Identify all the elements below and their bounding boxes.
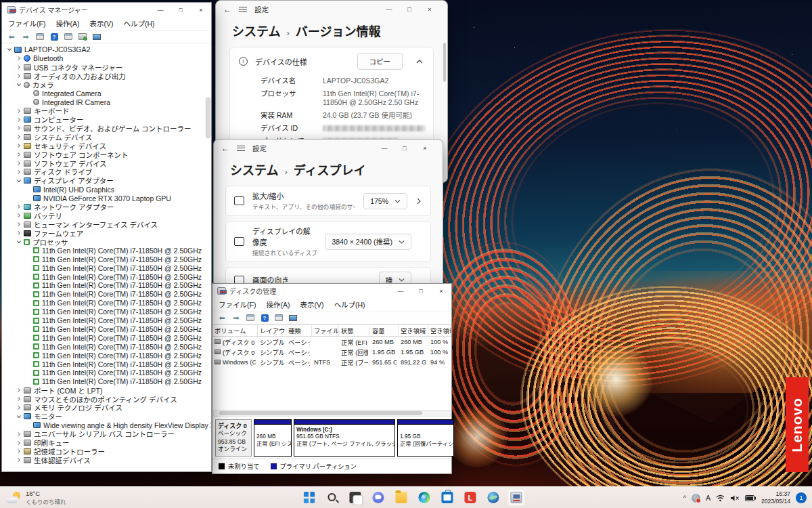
forward-arrow-icon[interactable]: ➡	[231, 314, 241, 322]
taskbar-explorer-icon[interactable]	[392, 489, 409, 506]
minimize-button[interactable]: —	[150, 3, 171, 17]
ime-indicator[interactable]: A	[706, 494, 710, 502]
taskbar-edge-icon[interactable]	[415, 489, 432, 506]
properties-icon[interactable]	[64, 33, 73, 41]
hidden-icons-chevron[interactable]: ^	[683, 494, 686, 501]
taskbar-taskview-icon[interactable]	[346, 489, 363, 506]
disk-management-titlebar[interactable]: ディスクの管理 — □ ×	[212, 284, 451, 298]
settings-row-scale[interactable]: 拡大/縮小テキスト、アプリ、その他の項目のサイズを変更します175%	[225, 186, 431, 216]
tree-item[interactable]: 11th Gen Intel(R) Core(TM) i7-11850H @ 2…	[2, 246, 211, 255]
taskbar-line-icon[interactable]: L	[461, 489, 478, 506]
help-icon[interactable]: ?	[260, 314, 269, 322]
back-arrow-icon[interactable]: ⬅	[217, 314, 227, 322]
expand-chevron-icon[interactable]	[16, 117, 22, 123]
clock[interactable]: 16:37 2023/05/14	[761, 490, 790, 505]
tree-item[interactable]: ディスプレイ アダプター	[2, 176, 211, 185]
breadcrumb-parent[interactable]: システム	[230, 161, 278, 178]
tree-item[interactable]: 11th Gen Intel(R) Core(TM) i7-11850H @ 2…	[2, 290, 211, 299]
forward-arrow-icon[interactable]: ➡	[21, 33, 30, 41]
notification-badge[interactable]: 1	[796, 492, 807, 503]
menu-item[interactable]: 表示(V)	[89, 18, 113, 28]
tree-item[interactable]: 11th Gen Intel(R) Core(TM) i7-11850H @ 2…	[2, 342, 211, 351]
vertical-scrollbar[interactable]	[443, 43, 446, 82]
expand-chevron-icon[interactable]	[16, 108, 22, 114]
expand-chevron-icon[interactable]	[16, 161, 22, 166]
volume-muted-icon[interactable]	[730, 494, 740, 502]
tree-item[interactable]: 11th Gen Intel(R) Core(TM) i7-11850H @ 2…	[2, 272, 211, 281]
device-manager-titlebar[interactable]: デバイス マネージャー — □ ×	[2, 3, 211, 17]
battery-icon[interactable]	[745, 495, 756, 501]
taskbar-store-icon[interactable]	[438, 489, 455, 506]
expand-chevron-icon[interactable]	[16, 82, 22, 87]
back-icon[interactable]: ←	[221, 144, 229, 153]
menu-item[interactable]: ヘルプ(H)	[123, 18, 154, 28]
tree-item[interactable]: 11th Gen Intel(R) Core(TM) i7-11850H @ 2…	[2, 255, 211, 263]
expand-chevron-icon[interactable]	[16, 221, 22, 227]
expand-chevron-icon[interactable]	[16, 457, 22, 463]
partition[interactable]: 1.95 GB正常 (回復パーティション)	[397, 419, 454, 457]
tree-item[interactable]: Intel(R) UHD Graphics	[2, 185, 211, 194]
expand-chevron-icon[interactable]	[16, 414, 22, 419]
close-button[interactable]: ×	[420, 1, 440, 18]
vertical-scrollbar[interactable]	[206, 98, 210, 138]
column-header[interactable]: レイアウト	[258, 325, 286, 336]
volume-list-header[interactable]: ボリュームレイアウト種類ファイル システム状態容量空き領域空き領域の割合	[212, 324, 451, 337]
menu-icon[interactable]	[239, 7, 247, 12]
menu-item[interactable]: ファイル(F)	[219, 299, 256, 310]
tree-item[interactable]: 11th Gen Intel(R) Core(TM) i7-11850H @ 2…	[2, 360, 211, 368]
expand-chevron-icon[interactable]	[16, 239, 22, 245]
expand-chevron-icon[interactable]	[6, 47, 13, 52]
tree-item[interactable]: 生体認証デバイス	[2, 456, 211, 465]
settings-titlebar[interactable]: ← 設定 — □ ×	[214, 140, 443, 156]
expand-chevron-icon[interactable]	[16, 152, 22, 157]
tree-item[interactable]: 11th Gen Intel(R) Core(TM) i7-11850H @ 2…	[2, 263, 211, 272]
volume-row[interactable]: Windows (C:)シンプルベーシックNTFS正常 (ブート...951.6…	[212, 357, 451, 367]
tree-item[interactable]: プロセッサ	[2, 238, 211, 247]
navigate-chevron-icon[interactable]	[417, 198, 421, 205]
disk0-info-panel[interactable]: ディスク 0ベーシック953.85 GBオンライン	[215, 419, 252, 457]
column-header[interactable]: 空き領域の割合	[428, 325, 451, 336]
copy-button[interactable]: コピー	[357, 53, 403, 70]
column-header[interactable]: 種類	[286, 325, 312, 336]
dropdown-scale[interactable]: 175%	[363, 193, 407, 209]
horizontal-scrollbar[interactable]	[213, 410, 451, 417]
collapse-chevron-icon[interactable]	[416, 60, 423, 64]
tree-item[interactable]: 11th Gen Intel(R) Core(TM) i7-11850H @ 2…	[2, 333, 211, 342]
column-header[interactable]: 容量	[370, 325, 399, 336]
menu-icon[interactable]	[237, 146, 245, 151]
menu-item[interactable]: ファイル(F)	[8, 18, 45, 28]
expand-chevron-icon[interactable]	[16, 134, 22, 140]
expand-chevron-icon[interactable]	[16, 405, 22, 410]
expand-chevron-icon[interactable]	[16, 56, 22, 61]
taskbar-search-icon[interactable]	[323, 489, 340, 506]
volume-row[interactable]: (ディスク 0 パーティショ...シンプルベーシック正常 (回復...1.95 …	[212, 347, 451, 357]
wifi-icon[interactable]	[716, 494, 725, 502]
expand-chevron-icon[interactable]	[16, 448, 22, 454]
expand-chevron-icon[interactable]	[16, 396, 22, 402]
close-button[interactable]: ×	[415, 140, 435, 156]
minimize-button[interactable]: —	[390, 284, 411, 298]
tree-item[interactable]: 11th Gen Intel(R) Core(TM) i7-11850H @ 2…	[2, 281, 211, 290]
back-icon[interactable]: ←	[223, 5, 231, 14]
maximize-button[interactable]: □	[394, 140, 415, 156]
settings-titlebar[interactable]: ← 設定 — □ ×	[216, 1, 447, 18]
column-header[interactable]: 状態	[339, 325, 370, 336]
taskbar-chat-icon[interactable]	[369, 489, 386, 506]
expand-chevron-icon[interactable]	[16, 431, 22, 437]
expand-chevron-icon[interactable]	[16, 440, 22, 446]
expand-chevron-icon[interactable]	[16, 169, 22, 175]
expand-chevron-icon[interactable]	[16, 178, 22, 184]
volume-row[interactable]: (ディスク 0 パーティショ...シンプルベーシック正常 (EFI ...260…	[212, 337, 451, 347]
weather-widget[interactable]: 18°C くもりのち晴れ	[7, 490, 66, 505]
tree-item[interactable]: 11th Gen Intel(R) Core(TM) i7-11850H @ 2…	[2, 299, 211, 308]
tree-item[interactable]: 11th Gen Intel(R) Core(TM) i7-11850H @ 2…	[2, 351, 211, 360]
partition[interactable]: Windows (C:)951.65 GB NTFS正常 (ブート, ページ フ…	[294, 419, 395, 457]
column-header[interactable]: ボリューム	[212, 325, 258, 336]
minimize-button[interactable]: —	[374, 140, 394, 156]
tree-item[interactable]: Integrated Camera	[2, 89, 211, 98]
tree-item[interactable]: 11th Gen Intel(R) Core(TM) i7-11850H @ 2…	[2, 368, 211, 377]
maximize-button[interactable]: □	[399, 1, 420, 18]
maximize-button[interactable]: □	[411, 284, 431, 298]
maximize-button[interactable]: □	[171, 3, 191, 17]
scan-hardware-changes-icon[interactable]	[78, 33, 87, 41]
